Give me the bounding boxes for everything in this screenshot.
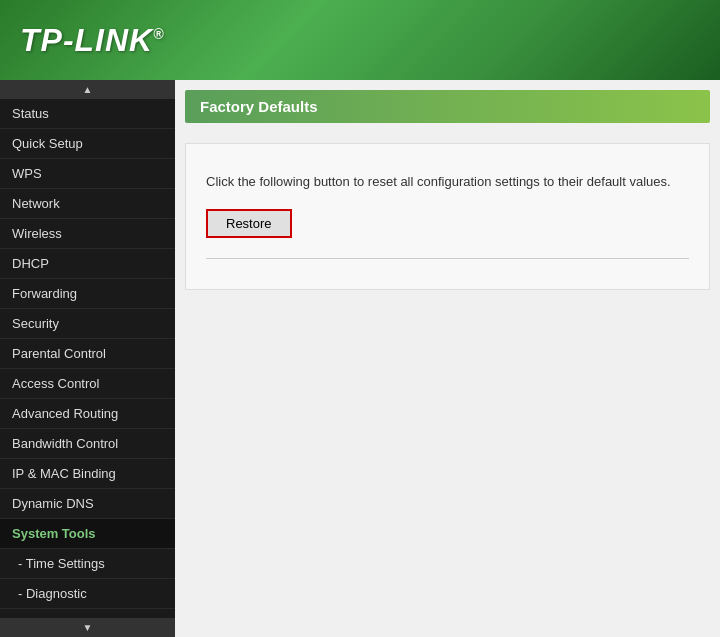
header: TP-LINK® [0,0,720,80]
restore-button[interactable]: Restore [206,209,292,238]
sidebar-item-wireless[interactable]: Wireless [0,219,175,249]
sidebar-item-parental-control[interactable]: Parental Control [0,339,175,369]
logo-symbol: ® [153,26,164,42]
description-text: Click the following button to reset all … [206,174,689,189]
content-box: Click the following button to reset all … [185,143,710,290]
body-area: ▲ StatusQuick SetupWPSNetworkWirelessDHC… [0,80,720,637]
divider [206,258,689,259]
sidebar-item-diagnostic[interactable]: - Diagnostic [0,579,175,609]
logo: TP-LINK® [20,22,165,59]
sidebar-item-network[interactable]: Network [0,189,175,219]
sidebar-item-advanced-routing[interactable]: Advanced Routing [0,399,175,429]
sidebar-item-bandwidth-control[interactable]: Bandwidth Control [0,429,175,459]
sidebar-item-system-tools: System Tools [0,519,175,549]
page-title: Factory Defaults [185,90,710,123]
sidebar-item-ip-mac-binding[interactable]: IP & MAC Binding [0,459,175,489]
sidebar-item-firmware-upgrade[interactable]: - Firmware Upgrade [0,609,175,618]
sidebar-item-security[interactable]: Security [0,309,175,339]
sidebar-item-forwarding[interactable]: Forwarding [0,279,175,309]
sidebar-scroll-area: StatusQuick SetupWPSNetworkWirelessDHCPF… [0,99,175,618]
sidebar-item-quick-setup[interactable]: Quick Setup [0,129,175,159]
sidebar-item-dhcp[interactable]: DHCP [0,249,175,279]
sidebar-scroll-up[interactable]: ▲ [0,80,175,99]
sidebar-item-dynamic-dns[interactable]: Dynamic DNS [0,489,175,519]
sidebar-scroll-down[interactable]: ▼ [0,618,175,637]
sidebar-item-wps[interactable]: WPS [0,159,175,189]
sidebar: ▲ StatusQuick SetupWPSNetworkWirelessDHC… [0,80,175,637]
sidebar-item-time-settings[interactable]: - Time Settings [0,549,175,579]
sidebar-item-access-control[interactable]: Access Control [0,369,175,399]
main-content: Factory Defaults Click the following but… [175,80,720,637]
sidebar-item-status[interactable]: Status [0,99,175,129]
logo-text: TP-LINK [20,22,153,58]
